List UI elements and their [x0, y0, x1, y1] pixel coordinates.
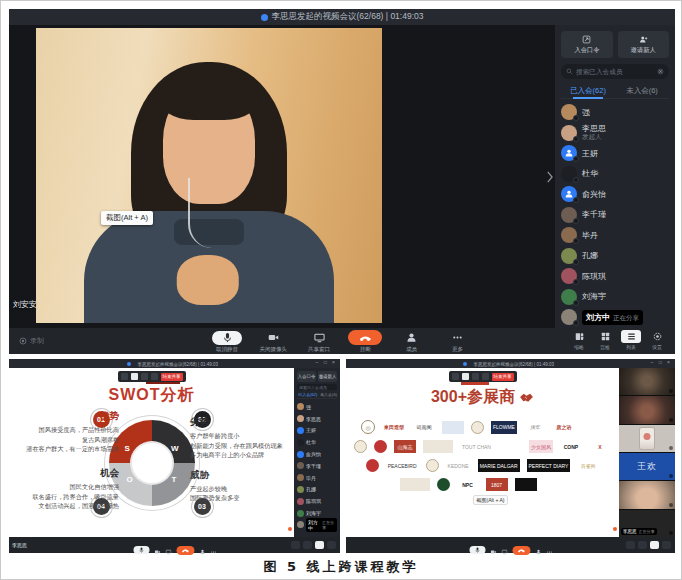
view-grid-thumb-button[interactable]: [626, 541, 635, 549]
camera-button[interactable]: [490, 541, 496, 559]
share-screen-button[interactable]: [501, 541, 507, 559]
participant-row[interactable]: 李千瑾: [297, 460, 337, 472]
stop-share-button[interactable]: 结束共享: [161, 373, 183, 381]
opportunities-line: 国民文化自信增强: [11, 482, 119, 492]
view-list-button[interactable]: 列表: [621, 330, 641, 352]
participant-info: 刘海宇: [582, 292, 606, 301]
share-tool-icon[interactable]: [151, 373, 158, 380]
more-button[interactable]: [546, 541, 552, 559]
view-gear-button[interactable]: [327, 541, 336, 549]
participant-row[interactable]: 杜华: [561, 164, 669, 185]
share-tool-icon[interactable]: [131, 373, 138, 380]
view-list-button[interactable]: [650, 541, 659, 549]
participant-row[interactable]: 刘方中正在分享: [297, 519, 337, 531]
video-thumbnail[interactable]: [619, 425, 675, 452]
thumbnail-name-text: 王欢: [637, 460, 657, 473]
participant-row[interactable]: 陈琪琪: [561, 266, 669, 287]
participant-row[interactable]: 刘方中正在分享: [561, 307, 669, 328]
mic-button[interactable]: [133, 546, 149, 554]
video-thumbnail[interactable]: 王欢: [619, 453, 675, 480]
participant-name: 刘方中: [308, 519, 320, 531]
participant-name: 刘方中: [586, 312, 610, 323]
expo-window-title: 李思思发起的视频会议(62/68) | 01:49:03: [473, 361, 553, 366]
participant-info: 毕丹: [582, 231, 598, 240]
share-screen-button[interactable]: [165, 541, 171, 559]
mic-button[interactable]: 取消静音: [208, 330, 246, 354]
participant-row[interactable]: 李思思: [297, 413, 337, 425]
tab-not-joined[interactable]: 未入会(6): [319, 392, 336, 397]
exhibitor-logo-wall: ◎東田造型司南阁FLOWME浅年唐之语山海志TOUT CHAN少女国风CONPX…: [354, 420, 611, 491]
camera-button[interactable]: [154, 541, 160, 559]
passcode-button[interactable]: 入会口令: [297, 371, 316, 382]
record-button[interactable]: 录制: [19, 336, 44, 346]
invite-button[interactable]: 邀请新人: [318, 371, 337, 382]
meeting-titlebar: 李思思发起的视频会议(62/68) | 01:49:03: [9, 9, 675, 25]
speaker-video: [36, 28, 382, 323]
view-grid-button[interactable]: 宫格: [595, 330, 615, 352]
tab-joined[interactable]: 已入会(62): [298, 392, 317, 397]
more-button[interactable]: 更多: [438, 330, 476, 354]
window-controls[interactable]: – □ ×: [651, 359, 673, 365]
participant-row[interactable]: 杜华: [297, 436, 337, 448]
participant-row[interactable]: 强: [297, 401, 337, 413]
members-button[interactable]: [199, 541, 205, 559]
screen-button[interactable]: 共享窗口: [300, 330, 338, 354]
person-button[interactable]: 成员: [392, 330, 430, 354]
view-grid-thumb-button[interactable]: 缩略: [569, 330, 589, 352]
expo-window-toolbar: [346, 537, 675, 553]
invite-button[interactable]: 邀请新人: [618, 31, 670, 58]
search-input[interactable]: 搜索已入会成员: [297, 384, 337, 390]
share-tool-icon[interactable]: [121, 373, 128, 380]
exhibitor-logo: FLOWME: [491, 421, 517, 434]
more-button[interactable]: [210, 541, 216, 559]
video-thumbnail[interactable]: [619, 481, 675, 508]
share-tool-icon[interactable]: [452, 373, 459, 380]
view-grid-button[interactable]: [638, 541, 647, 549]
participant-row[interactable]: 陈琪琪: [297, 495, 337, 507]
participant-row[interactable]: 孔娜: [297, 484, 337, 496]
view-gear-button[interactable]: 设置: [647, 330, 667, 352]
swot-letter-w: W: [171, 444, 179, 453]
participant-row[interactable]: 俞兴怡: [297, 448, 337, 460]
phone-button[interactable]: 挂断: [346, 330, 384, 354]
share-tool-icon[interactable]: [141, 373, 148, 380]
window-controls[interactable]: – □ ×: [316, 359, 338, 365]
video-thumbnail[interactable]: [619, 396, 675, 423]
participant-row[interactable]: 孔娜: [561, 246, 669, 267]
share-tool-icon[interactable]: [482, 373, 489, 380]
tab-joined[interactable]: 已入会(62): [561, 84, 615, 98]
participant-row[interactable]: 王妍: [561, 143, 669, 164]
stop-share-button[interactable]: 结束共享: [492, 373, 514, 381]
more-icon: [210, 549, 216, 555]
video-thumbnail[interactable]: [619, 368, 675, 395]
participant-row[interactable]: 刘海宇: [561, 287, 669, 308]
search-input[interactable]: 搜索已入会成员: [561, 64, 669, 79]
hangup-button[interactable]: [512, 546, 530, 555]
participant-row[interactable]: 俞兴怡: [561, 184, 669, 205]
hangup-button[interactable]: [176, 546, 194, 555]
tab-not-joined[interactable]: 未入会(6): [615, 84, 669, 98]
participant-name: 俞兴怡: [306, 451, 321, 457]
participant-row[interactable]: 毕丹: [561, 225, 669, 246]
view-grid-thumb-button[interactable]: [291, 541, 300, 549]
share-tool-icon[interactable]: [472, 373, 479, 380]
participant-row[interactable]: 李思思发起人: [561, 123, 669, 144]
participant-info: 孔娜: [582, 251, 598, 260]
camera-button[interactable]: 关闭摄像头: [254, 330, 292, 354]
passcode-button[interactable]: 入会口令: [561, 31, 613, 58]
video-thumbnail[interactable]: 李思思正在分享: [619, 510, 675, 537]
participant-row[interactable]: 强: [561, 102, 669, 123]
share-tool-icon[interactable]: [462, 373, 469, 380]
avatar: [561, 125, 577, 141]
view-grid-button[interactable]: [303, 541, 312, 549]
participant-row[interactable]: 王妍: [297, 425, 337, 437]
collapse-sidebar-chevron-icon[interactable]: [546, 171, 553, 183]
view-gear-button[interactable]: [662, 541, 671, 549]
clear-search-icon[interactable]: [657, 68, 664, 75]
participant-row[interactable]: 毕丹: [297, 472, 337, 484]
view-list-button[interactable]: [315, 541, 324, 549]
participant-row[interactable]: 李千瑾: [561, 205, 669, 226]
mic-button[interactable]: [469, 546, 485, 554]
exhibitor-logo: [471, 421, 484, 434]
members-button[interactable]: [535, 541, 541, 559]
